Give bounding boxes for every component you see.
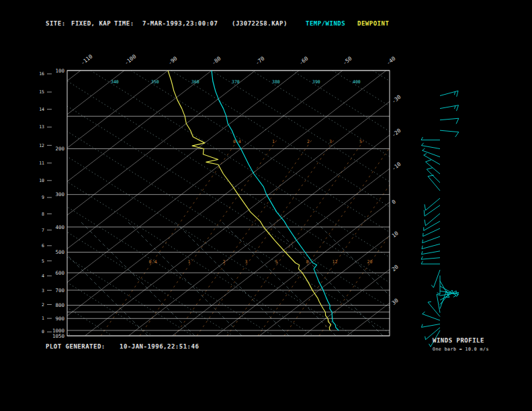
svg-text:800: 800 <box>55 302 64 308</box>
svg-text:20: 20 <box>391 264 400 273</box>
svg-text:1: 1 <box>42 316 44 321</box>
dewpoint-trace <box>168 71 331 330</box>
svg-text:1: 1 <box>188 259 191 265</box>
wind-barb <box>422 244 440 248</box>
svg-text:400: 400 <box>55 224 64 230</box>
isotherm-labels-top: -110-100-90-80-70-60-50-40 <box>80 54 397 66</box>
svg-text:-60: -60 <box>298 55 310 66</box>
svg-text:-100: -100 <box>124 54 138 66</box>
wind-barb <box>421 257 440 260</box>
wind-barb <box>421 143 440 149</box>
svg-text:7: 7 <box>42 228 44 233</box>
mixing-ratio-lines <box>101 138 458 336</box>
svg-text:-30: -30 <box>391 94 402 105</box>
svg-text:16: 16 <box>39 71 44 77</box>
svg-text:5: 5 <box>42 259 44 264</box>
pressure-axis-labels: 10020030040050060070080090010001050 <box>52 68 65 339</box>
svg-text:9: 9 <box>42 195 44 200</box>
svg-text:1050: 1050 <box>52 333 65 339</box>
svg-text:0.4: 0.4 <box>149 259 157 265</box>
wind-barb <box>423 236 440 243</box>
svg-text:3: 3 <box>245 259 248 265</box>
svg-text:2: 2 <box>42 302 44 308</box>
wind-barb <box>440 91 458 97</box>
svg-text:13: 13 <box>39 124 44 130</box>
svg-text:-10: -10 <box>391 161 402 172</box>
plot-generated-value: 10-JAN-1996,22:51:46 <box>120 343 199 350</box>
svg-text:-80: -80 <box>211 55 222 66</box>
svg-text:14: 14 <box>39 107 44 112</box>
svg-text:4: 4 <box>42 273 44 279</box>
svg-text:20: 20 <box>367 259 373 265</box>
mixing-ratio-labels: 0.40.41122335581220 <box>149 139 373 265</box>
svg-text:5: 5 <box>359 139 362 144</box>
wind-barb <box>424 153 440 164</box>
svg-text:-70: -70 <box>255 55 266 66</box>
wind-barb <box>424 221 440 230</box>
svg-text:380: 380 <box>272 79 280 85</box>
svg-text:500: 500 <box>55 249 64 255</box>
svg-text:400: 400 <box>353 79 361 85</box>
svg-text:-110: -110 <box>80 54 94 66</box>
wind-barb <box>428 175 440 191</box>
svg-text:350: 350 <box>151 79 159 85</box>
wind-barb <box>421 251 440 255</box>
svg-text:8: 8 <box>306 259 309 265</box>
skewt-screen: SITE: FIXED, KAP TIME: 7-MAR-1993,23:00:… <box>0 0 532 411</box>
svg-text:2: 2 <box>223 259 226 265</box>
svg-text:300: 300 <box>55 191 64 197</box>
plot-generated-label: PLOT GENERATED: <box>46 343 105 350</box>
wind-barb <box>424 205 440 216</box>
wind-barb <box>437 294 440 313</box>
height-axis: 012345678910111213141516 <box>39 71 52 334</box>
isotherm-lines <box>0 71 532 336</box>
winds-profile-title: WINDS PROFILE <box>433 337 484 344</box>
dry-adiabat-labels: 340350360370380390400 <box>111 79 361 85</box>
isotherm-labels-right: -30-20-100102030 <box>391 94 402 306</box>
svg-text:5: 5 <box>275 259 278 265</box>
wind-barb <box>426 160 440 174</box>
svg-text:1: 1 <box>272 139 275 144</box>
svg-text:8: 8 <box>42 212 44 217</box>
wind-barb <box>425 198 440 210</box>
svg-text:2: 2 <box>307 139 310 144</box>
svg-text:340: 340 <box>111 79 119 85</box>
svg-text:0: 0 <box>391 199 397 205</box>
wind-barb <box>440 130 459 137</box>
svg-text:-50: -50 <box>342 55 353 66</box>
wind-barb <box>425 214 440 226</box>
svg-text:30: 30 <box>391 298 400 306</box>
svg-text:12: 12 <box>332 259 338 265</box>
dry-adiabat-lines <box>0 71 532 336</box>
svg-text:200: 200 <box>55 146 64 152</box>
svg-text:-90: -90 <box>167 55 179 66</box>
wind-barb <box>437 275 440 294</box>
wind-barb <box>421 261 440 264</box>
svg-text:10: 10 <box>391 230 400 239</box>
svg-text:6: 6 <box>42 243 44 248</box>
wind-barb <box>421 137 440 140</box>
temperature-trace <box>212 71 339 330</box>
svg-text:12: 12 <box>39 143 44 148</box>
winds-profile-legend: One barb = 10.0 m/s <box>433 347 489 352</box>
svg-text:370: 370 <box>232 79 240 85</box>
wind-barb <box>440 118 459 124</box>
svg-text:360: 360 <box>191 79 200 85</box>
svg-text:390: 390 <box>312 79 320 85</box>
svg-text:0: 0 <box>42 329 44 334</box>
svg-text:700: 700 <box>55 287 64 293</box>
svg-text:11: 11 <box>39 161 44 166</box>
plot-frame <box>67 71 390 336</box>
wind-barb <box>431 270 440 287</box>
svg-text:10: 10 <box>39 178 44 183</box>
wind-barb <box>440 105 459 111</box>
svg-text:3: 3 <box>329 139 332 144</box>
svg-text:-40: -40 <box>386 55 397 66</box>
wind-barb <box>421 324 440 327</box>
svg-text:3: 3 <box>42 288 44 293</box>
svg-text:900: 900 <box>55 316 64 322</box>
pressure-gridlines <box>67 71 390 336</box>
svg-text:600: 600 <box>55 270 64 276</box>
svg-text:-20: -20 <box>391 128 402 138</box>
svg-text:15: 15 <box>39 89 44 95</box>
